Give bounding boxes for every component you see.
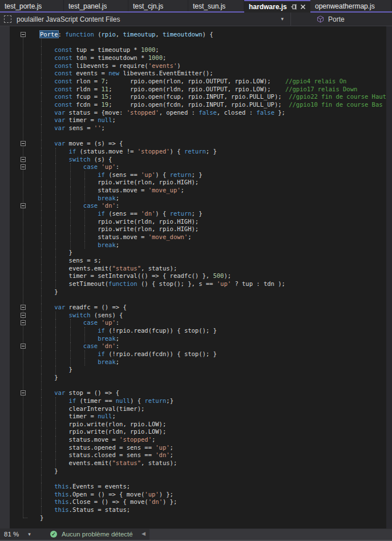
- code-line[interactable]: var stop = () => {: [40, 389, 386, 397]
- code-line[interactable]: const libevents = require('events'): [40, 62, 386, 70]
- code-line[interactable]: case 'dn':: [40, 342, 386, 350]
- fold-marker[interactable]: [21, 390, 26, 395]
- code-line[interactable]: break;: [40, 241, 386, 249]
- indent-guide: [41, 491, 42, 499]
- code-line[interactable]: switch (sens) {: [40, 312, 386, 320]
- code-line[interactable]: this.Open = () => { move('up') };: [40, 491, 386, 499]
- indent-guide: [41, 163, 42, 171]
- code-token: var: [54, 109, 65, 116]
- code-line[interactable]: clearInterval(timer);: [40, 405, 386, 413]
- fold-marker[interactable]: [21, 344, 26, 349]
- code-line[interactable]: [40, 475, 386, 483]
- code-line[interactable]: this.Status = status;: [40, 506, 386, 514]
- code-line[interactable]: }: [40, 366, 386, 374]
- tab-test_porte-js[interactable]: test_porte.js: [0, 0, 64, 13]
- indent-guide: [41, 451, 42, 459]
- code-area[interactable]: Porte: function (rpio, timeoutup, timeou…: [0, 26, 386, 528]
- fold-marker[interactable]: [21, 305, 26, 310]
- code-line[interactable]: const tup = timeoutup * 1000;: [40, 46, 386, 54]
- code-line[interactable]: const rlon = 7; rpio.open(rlon, rpio.OUT…: [40, 78, 386, 86]
- code-token: false: [199, 109, 217, 116]
- zoom-control[interactable]: 81 % ▾: [0, 528, 45, 540]
- code-line[interactable]: }: [40, 374, 386, 382]
- code-line[interactable]: var sens = '';: [40, 124, 386, 132]
- indent-guide: [55, 327, 56, 335]
- code-line[interactable]: if (timer == null) { return;}: [40, 397, 386, 405]
- code-line[interactable]: if (sens == 'up') { return; }: [40, 171, 386, 179]
- tab-test_sun-js[interactable]: test_sun.js: [188, 0, 244, 13]
- code-line[interactable]: status.closed = sens == 'dn';: [40, 451, 386, 459]
- code-line[interactable]: break;: [40, 358, 386, 366]
- code-line[interactable]: timer = null;: [40, 413, 386, 421]
- code-line[interactable]: rpio.write(rlon, rpio.HIGH);: [40, 225, 386, 233]
- vertical-scrollbar[interactable]: [386, 26, 392, 528]
- member-dropdown[interactable]: Porte: [291, 13, 345, 26]
- code-line[interactable]: timer = setInterval(() => { readfc() }, …: [40, 272, 386, 280]
- health-indicator[interactable]: ✓ Aucun problème détecté: [50, 528, 133, 540]
- tab-test_panel-js[interactable]: test_panel.js: [64, 0, 128, 13]
- code-line[interactable]: break;: [40, 195, 386, 203]
- fold-marker[interactable]: [21, 141, 26, 146]
- code-line[interactable]: const fcdn = 19; rpio.open(fcdn, rpio.IN…: [40, 101, 386, 109]
- code-line[interactable]: }: [40, 288, 386, 296]
- code-line[interactable]: this.Close = () => { move('dn') };: [40, 498, 386, 506]
- code-line[interactable]: var timer = null;: [40, 116, 386, 124]
- code-line[interactable]: case 'up':: [40, 163, 386, 171]
- code-line[interactable]: status.move = 'move_up';: [40, 187, 386, 195]
- code-line[interactable]: var readfc = () => {: [40, 304, 386, 312]
- code-line[interactable]: rpio.write(rlon, rpio.HIGH);: [40, 179, 386, 187]
- editor[interactable]: Porte: function (rpio, timeoutup, timeou…: [0, 26, 392, 528]
- tab-openweathermap-js[interactable]: openweathermap.js: [310, 0, 392, 13]
- indent-guide: [84, 335, 85, 343]
- fold-marker[interactable]: [21, 157, 26, 162]
- code-line[interactable]: case 'dn':: [40, 202, 386, 210]
- code-line[interactable]: if (!rpio.read(fcup)) { stop(); }: [40, 327, 386, 335]
- code-line[interactable]: case 'up':: [40, 319, 386, 327]
- tab-hardware-js[interactable]: hardware.js: [244, 0, 310, 13]
- fold-marker[interactable]: [21, 203, 26, 208]
- code-line[interactable]: if (status.move != 'stopped') { return; …: [40, 148, 386, 156]
- code-line[interactable]: var move = (s) => {: [40, 140, 386, 148]
- code-line[interactable]: [40, 132, 386, 140]
- code-token: events =: [72, 70, 108, 76]
- horizontal-scrollbar[interactable]: [149, 529, 392, 540]
- close-icon[interactable]: [300, 4, 306, 10]
- code-line[interactable]: setTimeout(function () { stop(); }, s ==…: [40, 280, 386, 288]
- code-line[interactable]: events.emit("status", status);: [40, 265, 386, 273]
- code-line[interactable]: break;: [40, 335, 386, 343]
- code-line[interactable]: if (!rpio.read(fcdn)) { stop(); }: [40, 350, 386, 358]
- code-line[interactable]: rpio.write(rlon, rpio.LOW);: [40, 421, 386, 429]
- fold-marker[interactable]: [21, 320, 26, 325]
- pin-icon[interactable]: [290, 3, 297, 10]
- code-token: ;}: [166, 397, 173, 404]
- code-line[interactable]: [40, 382, 386, 390]
- scope-dropdown[interactable]: poulailler JavaScript Content Files ▾: [0, 13, 290, 26]
- editor-status-row: 81 % ▾ ✓ Aucun problème détecté ◀: [0, 528, 392, 541]
- code-line[interactable]: status.opened = sens == 'up';: [40, 444, 386, 452]
- code-line[interactable]: sens = s;: [40, 257, 386, 265]
- code-line[interactable]: const tdn = timeoutdown * 1000;: [40, 54, 386, 62]
- code-line[interactable]: switch (s) {: [40, 156, 386, 164]
- code-line[interactable]: rpio.write(rldn, rpio.LOW);: [40, 428, 386, 436]
- code-line[interactable]: rpio.write(rldn, rpio.HIGH);: [40, 218, 386, 226]
- code-line[interactable]: const rldn = 11; rpio.open(rldn, rpio.OU…: [40, 86, 386, 94]
- code-line[interactable]: status.move = 'move_down';: [40, 233, 386, 241]
- code-line[interactable]: [40, 39, 386, 47]
- code-line[interactable]: [40, 296, 386, 304]
- tab-test_cjn-js[interactable]: test_cjn.js: [128, 0, 188, 13]
- code-line[interactable]: Porte: function (rpio, timeoutup, timeou…: [40, 31, 386, 39]
- code-line[interactable]: this.Events = events;: [40, 483, 386, 491]
- code-line[interactable]: const fcup = 15; rpio.open(fcup, rpio.IN…: [40, 93, 386, 101]
- code-line[interactable]: status.move = 'stopped';: [40, 436, 386, 444]
- code-line[interactable]: var status = {move: 'stopped', opened : …: [40, 109, 386, 117]
- code-line[interactable]: const events = new libevents.EventEmitte…: [40, 70, 386, 78]
- fold-marker[interactable]: [21, 164, 26, 169]
- code-line[interactable]: if (sens == 'dn') { return; }: [40, 210, 386, 218]
- scroll-left-icon[interactable]: ◀: [142, 531, 146, 536]
- code-line[interactable]: }: [40, 249, 386, 257]
- code-line[interactable]: }: [40, 514, 386, 522]
- code-line[interactable]: events.emit("status", status);: [40, 459, 386, 467]
- code-line[interactable]: }: [40, 467, 386, 475]
- fold-marker[interactable]: [21, 32, 26, 37]
- fold-marker[interactable]: [21, 313, 26, 318]
